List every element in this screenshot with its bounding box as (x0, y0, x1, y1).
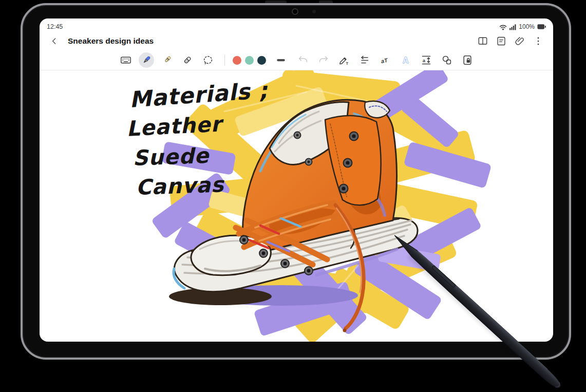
lasso-select-tool[interactable] (200, 52, 216, 68)
handwritten-note-line: Leather (126, 111, 224, 141)
svg-text:a: a (422, 58, 425, 63)
highlighter-tool[interactable] (159, 52, 175, 68)
color-swatch-dark-teal[interactable] (257, 56, 266, 65)
straighten-icon (358, 54, 371, 66)
letter-a-icon: A (400, 54, 412, 66)
page-list-button[interactable] (495, 34, 508, 48)
back-button[interactable] (48, 34, 61, 48)
highlighter-icon (161, 54, 173, 66)
undo-icon (297, 54, 309, 66)
lasso-icon (202, 54, 214, 66)
note-canvas[interactable]: Materials ; Leather Suede Canvas (40, 70, 553, 342)
pen-icon (141, 54, 152, 66)
page-lock-button[interactable] (460, 52, 475, 68)
undo-button[interactable] (295, 52, 311, 68)
handwritten-note-line: Suede (133, 143, 210, 171)
shapes-icon (441, 54, 453, 66)
tilt-text-icon: aT (379, 54, 391, 66)
line-spacing-button[interactable]: a (419, 52, 434, 68)
attachment-button[interactable] (513, 34, 526, 48)
redo-button[interactable] (316, 52, 331, 68)
keyboard-icon (120, 54, 132, 66)
eraser-tool[interactable] (180, 52, 195, 68)
toolbar-divider (224, 54, 225, 66)
wifi-icon (499, 24, 507, 30)
shape-recognition-button[interactable] (439, 52, 455, 68)
light-sensor (312, 10, 316, 13)
svg-text:aT: aT (380, 57, 388, 64)
front-camera (292, 8, 298, 15)
scene: { "status_bar": { "time": "12:45", "batt… (0, 0, 586, 392)
status-time: 12:45 (47, 23, 63, 30)
text-input-tool[interactable] (118, 52, 134, 68)
status-bar: 12:45 100% (40, 18, 553, 32)
beautify-handwriting-button[interactable]: A (398, 52, 413, 68)
more-options-button[interactable] (532, 34, 545, 48)
note-header: Sneakers design ideas (40, 32, 553, 50)
tablet-screen: 12:45 100% (40, 18, 553, 342)
drawing-toolbar: T aT A a (40, 50, 553, 70)
pen-text-icon: T (338, 54, 350, 66)
thick-dash-icon (275, 54, 287, 66)
eraser-icon (182, 54, 193, 66)
stroke-width-tool[interactable] (273, 52, 289, 68)
signal-strength-icon (509, 24, 516, 30)
pen-tool[interactable] (139, 52, 154, 68)
attachment-icon (514, 35, 525, 47)
reader-view-icon (477, 35, 488, 47)
battery-percent: 100% (519, 23, 535, 30)
page-lock-icon (461, 54, 474, 66)
handwritten-note-line: Canvas (136, 172, 225, 200)
page-list-icon (496, 35, 507, 47)
chevron-left-icon (50, 36, 59, 46)
svg-text:A: A (403, 56, 409, 65)
more-options-icon (533, 35, 544, 47)
straighten-button[interactable] (357, 52, 372, 68)
svg-text:T: T (346, 61, 348, 66)
color-swatch-coral[interactable] (233, 56, 241, 65)
redo-icon (317, 54, 330, 66)
tablet-device: 12:45 100% (21, 3, 571, 360)
convert-to-text-button[interactable]: T (336, 52, 352, 68)
battery-icon (537, 24, 546, 30)
tilt-correction-button[interactable]: aT (377, 52, 393, 68)
text-spacing-icon: a (420, 54, 432, 66)
note-title[interactable]: Sneakers design ideas (68, 36, 154, 46)
color-swatch-mint[interactable] (245, 56, 254, 65)
reader-view-button[interactable] (476, 34, 489, 48)
